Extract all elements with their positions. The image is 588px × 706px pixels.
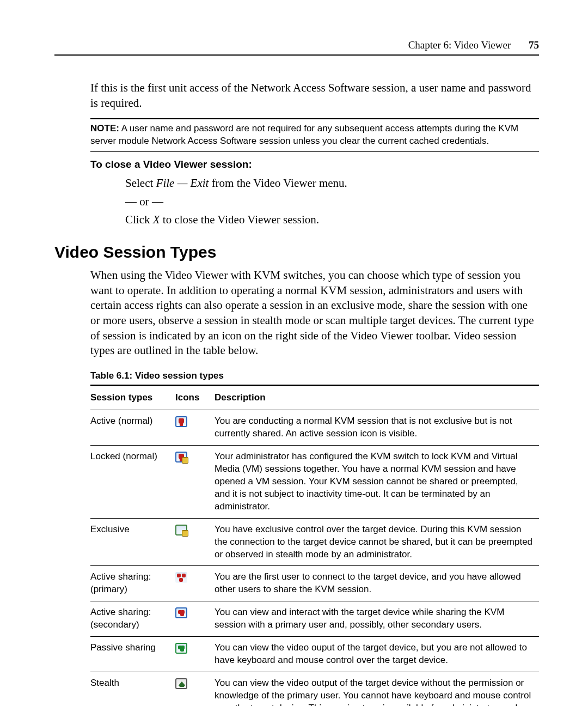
table-row: Passive sharing You can view the video o…: [90, 637, 539, 672]
cell-icon: [175, 566, 215, 601]
active-sharing-secondary-icon: [175, 607, 187, 618]
cell-desc: You are the first user to connect to the…: [215, 566, 539, 601]
step1-suffix: from the Video Viewer menu.: [209, 176, 347, 190]
cell-icon: [175, 601, 215, 637]
cell-type: Passive sharing: [90, 637, 175, 672]
cell-type: Exclusive: [90, 518, 175, 566]
step2-prefix: Click: [125, 213, 153, 226]
cell-desc: You have exclusive control over the targ…: [215, 518, 539, 566]
cell-desc: Your administrator has configured the KV…: [215, 445, 539, 518]
cell-desc: You can view the video output of the tar…: [215, 672, 539, 706]
cell-desc: You can view and interact with the targe…: [215, 601, 539, 637]
cell-icon: [175, 410, 215, 446]
active-sharing-primary-icon: [175, 572, 187, 583]
step1-prefix: Select: [125, 176, 156, 190]
step1-em: File — Exit: [156, 176, 209, 190]
intro-paragraph: If this is the first unit access of the …: [90, 81, 539, 111]
col-description: Description: [215, 386, 539, 410]
cell-icon: [175, 672, 215, 706]
table-row: Locked (normal) Your administrator has c…: [90, 445, 539, 518]
chapter-label: Chapter 6: Video Viewer: [408, 39, 511, 51]
cell-icon: [175, 637, 215, 672]
section-heading: Video Session Types: [54, 243, 539, 261]
cell-type: Active (normal): [90, 410, 175, 446]
stealth-icon: [175, 678, 187, 689]
note-text: A user name and password are not require…: [90, 123, 518, 146]
task-or: — or —: [125, 193, 539, 211]
section-paragraph: When using the Video Viewer with KVM swi…: [90, 268, 539, 358]
table-row: Stealth You can view the video output of…: [90, 672, 539, 706]
table-header-row: Session types Icons Description: [90, 386, 539, 410]
cell-desc: You are conducting a normal KVM session …: [215, 410, 539, 446]
active-normal-icon: [175, 416, 187, 427]
passive-sharing-icon: [175, 643, 187, 654]
exclusive-icon: [175, 525, 187, 535]
col-session-types: Session types: [90, 386, 175, 410]
cell-icon: [175, 445, 215, 518]
table-row: Active (normal) You are conducting a nor…: [90, 410, 539, 446]
note-block: NOTE: A user name and password are not r…: [90, 118, 539, 152]
note-label: NOTE:: [90, 123, 119, 133]
cell-type: Active sharing: (secondary): [90, 601, 175, 637]
task-step-1: Select File — Exit from the Video Viewer…: [125, 175, 539, 192]
document-page: Chapter 6: Video Viewer 75 If this is th…: [0, 0, 588, 706]
cell-type: Active sharing: (primary): [90, 566, 175, 601]
session-types-table-wrap: Session types Icons Description Active (…: [90, 385, 539, 706]
step2-em: X: [153, 213, 160, 226]
cell-icon: [175, 518, 215, 566]
running-header: Chapter 6: Video Viewer 75: [54, 39, 539, 51]
locked-normal-icon: [175, 452, 187, 462]
header-rule: [54, 54, 539, 56]
task-step-2: Click X to close the Video Viewer sessio…: [125, 211, 539, 229]
step2-suffix: to close the Video Viewer session.: [160, 213, 319, 226]
page-number: 75: [529, 39, 539, 51]
table-row: Exclusive You have exclusive control ove…: [90, 518, 539, 566]
cell-type: Stealth: [90, 672, 175, 706]
table-row: Active sharing: (primary) You are the fi…: [90, 566, 539, 601]
task-heading: To close a Video Viewer session:: [90, 159, 539, 171]
cell-type: Locked (normal): [90, 445, 175, 518]
table-caption: Table 6.1: Video session types: [90, 370, 539, 381]
table-row: Active sharing: (secondary) You can view…: [90, 601, 539, 637]
cell-desc: You can view the video ouput of the targ…: [215, 637, 539, 672]
session-types-table: Session types Icons Description Active (…: [90, 386, 539, 706]
col-icons: Icons: [175, 386, 215, 410]
